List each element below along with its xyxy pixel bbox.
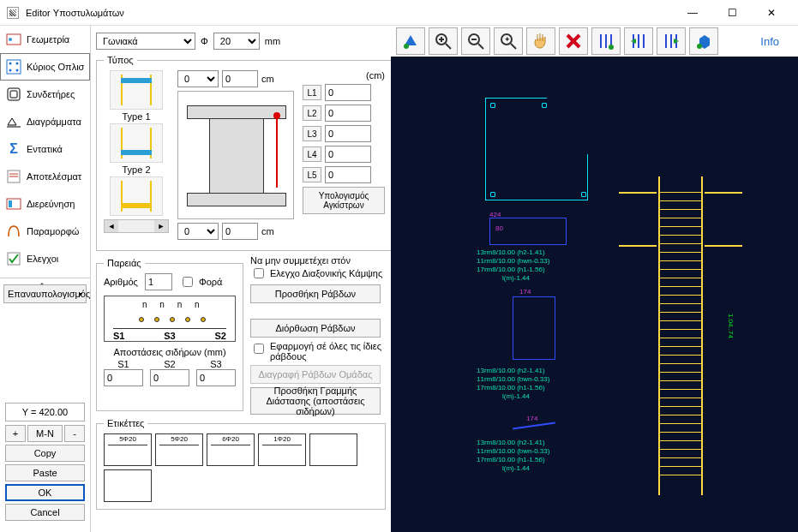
ok-button[interactable]: OK — [5, 484, 85, 501]
etik-cell[interactable]: 5Φ20 — [155, 433, 203, 466]
cm2-a-select[interactable]: 0 — [177, 223, 219, 240]
bar-kind-select[interactable]: Γωνιακά — [96, 33, 195, 50]
add-bars-button[interactable]: Προσθήκη Ράβδων — [250, 284, 381, 303]
etik-cell[interactable]: 1Φ20 — [258, 433, 306, 466]
annot: 11rm8/10.00 (bwn-0.33) — [477, 375, 549, 384]
l2-input[interactable] — [325, 105, 371, 122]
scroll-left-icon[interactable]: ◄ — [105, 220, 118, 232]
delete-group-button[interactable]: Διαγραφή Ράβδων Ομάδας — [250, 365, 381, 384]
section-outline — [485, 98, 588, 200]
type-scrollbar[interactable]: ◄ ► — [104, 219, 169, 233]
spacing-title: Αποστάσεις σιδήρων (mm) — [104, 347, 236, 357]
spacing-diagram: n n n n S1S3S2 — [104, 296, 236, 342]
svg-rect-14 — [9, 200, 12, 207]
zoom-extents-button[interactable]: ✦ — [494, 27, 523, 55]
recalc-dropdown[interactable]: Επαναυπολογισμός — [3, 284, 87, 303]
window-title: Editor Υποστυλωμάτων — [26, 8, 124, 18]
cm1-b-input[interactable] — [222, 70, 258, 87]
sidebar-divider[interactable] — [0, 278, 90, 283]
annot: 13rm8/10.00 (h2-1.41) — [477, 248, 545, 257]
type-item-1[interactable]: Type 1 — [104, 70, 169, 122]
etik-cell[interactable] — [104, 469, 152, 502]
annot: 13rm8/10.00 (h2-1.41) — [477, 367, 545, 375]
y-plus-button[interactable]: + — [5, 425, 26, 442]
sidebar-item-label: Διαγράμματα — [27, 117, 81, 127]
add-dim-line-button[interactable]: Προσθήκη Γραμμής Διάστασης (αποστάσεις σ… — [250, 387, 381, 415]
svg-rect-8 — [10, 91, 17, 98]
svg-point-3 — [9, 63, 12, 65]
sidebar-item-stirrups[interactable]: Συνδετήρες — [0, 81, 90, 108]
num-input[interactable] — [145, 273, 172, 290]
dim-text: 174 — [526, 415, 537, 423]
n-label: n n n n — [142, 300, 205, 309]
type-item-3[interactable] — [104, 176, 169, 216]
apply-same-checkbox[interactable]: Εφαρμογή σέ όλες τις ίδιες ράβδους — [250, 341, 386, 362]
y-readout: Y = 420.00 — [5, 403, 85, 421]
bars-tool-3-button[interactable] — [657, 27, 686, 55]
sidebar-item-label: Κύριος Οπλισ — [27, 62, 84, 72]
l4-input[interactable] — [325, 146, 371, 163]
cad-canvas[interactable]: 424 80 174 174 13rm8/10.00 (h2-1.41) 11r… — [391, 57, 798, 532]
etik-cell[interactable]: 6Φ20 — [207, 433, 255, 466]
info-link[interactable]: Info — [747, 35, 793, 48]
l1-input[interactable] — [325, 84, 371, 101]
sidebar-item-results[interactable]: Αποτελέσματ — [0, 163, 90, 190]
l3-input[interactable] — [325, 125, 371, 142]
bars-tool-1-button[interactable] — [591, 27, 621, 55]
sidebar-item-explore[interactable]: Διερεύνηση — [0, 190, 90, 218]
results-icon — [4, 167, 23, 186]
sidebar-item-checks[interactable]: Ελεγχοι — [0, 245, 90, 272]
type-item-2[interactable]: Type 2 — [104, 123, 169, 175]
svg-point-6 — [16, 69, 19, 72]
annot: 17rm8/10.00 (h1-1.56) — [477, 384, 545, 392]
cm2-b-input[interactable] — [222, 223, 258, 240]
skip-biaxial-checkbox[interactable]: Ελεγχο Διαξονικής Κάμψης — [250, 266, 382, 281]
etik-cell[interactable]: 5Φ20 — [104, 433, 152, 466]
type-thumb-1 — [110, 70, 163, 110]
cm2-unit: cm — [261, 226, 274, 236]
minimize-button[interactable]: — — [673, 0, 712, 26]
sidebar-item-label: Γεωμετρία — [27, 34, 69, 45]
recalc-label: Επαναυπολογισμός — [8, 289, 90, 299]
view-3d-button[interactable] — [396, 27, 425, 55]
fora-checkbox[interactable]: Φορά — [179, 274, 223, 290]
sidebar-item-forces[interactable]: Σ Εντατικά — [0, 135, 90, 163]
sidebar-item-label: Αποτελέσματ — [27, 171, 81, 182]
type-label: Type 1 — [122, 111, 150, 122]
labels-legend: Ετικέττες — [104, 418, 147, 428]
zoom-in-button[interactable] — [429, 27, 458, 55]
annot: 17rm8/10.00 (h1-1.56) — [477, 266, 545, 274]
s1-input[interactable] — [104, 369, 143, 386]
s2-input[interactable] — [150, 369, 189, 386]
maximize-button[interactable]: ☐ — [712, 0, 752, 26]
sidebar-item-diagrams[interactable]: Διαγράμματα — [0, 108, 90, 135]
dim-text: 174 — [519, 288, 531, 296]
etik-cell[interactable] — [309, 433, 357, 466]
cube-button[interactable] — [689, 27, 718, 55]
sidebar-item-deform[interactable]: Παραμορφώ — [0, 218, 90, 245]
pan-button[interactable] — [526, 27, 555, 55]
s3-input[interactable] — [196, 369, 236, 386]
cancel-button[interactable]: Cancel — [5, 504, 85, 521]
calc-anchors-button[interactable]: Υπολογισμός Αγκίστρων — [303, 187, 385, 214]
phi-unit: mm — [265, 36, 280, 46]
copy-button[interactable]: Copy — [5, 445, 85, 462]
mn-button[interactable]: M-N — [27, 425, 63, 442]
fix-bars-button[interactable]: Διόρθωση Ράβδων — [250, 319, 381, 338]
sidebar-item-main-rebar[interactable]: Κύριος Οπλισ — [0, 53, 90, 81]
paste-button[interactable]: Paste — [5, 464, 85, 481]
zoom-out-button[interactable] — [461, 27, 490, 55]
y-minus-button[interactable]: - — [64, 425, 85, 442]
checks-icon — [4, 249, 23, 268]
delete-button[interactable] — [559, 27, 588, 55]
close-button[interactable]: ✕ — [752, 0, 791, 26]
scroll-right-icon[interactable]: ► — [154, 220, 168, 232]
pareias-legend: Παρειάς — [104, 258, 145, 268]
cm1-a-select[interactable]: 0 — [177, 70, 219, 87]
phi-select[interactable]: 20 — [213, 33, 260, 50]
bars-tool-2-button[interactable] — [624, 27, 653, 55]
dim-text: 80 — [495, 224, 503, 233]
col-height-dim: 1.04..74 — [727, 314, 735, 338]
l5-input[interactable] — [325, 166, 371, 183]
sidebar-item-geometry[interactable]: Γεωμετρία — [0, 26, 90, 53]
